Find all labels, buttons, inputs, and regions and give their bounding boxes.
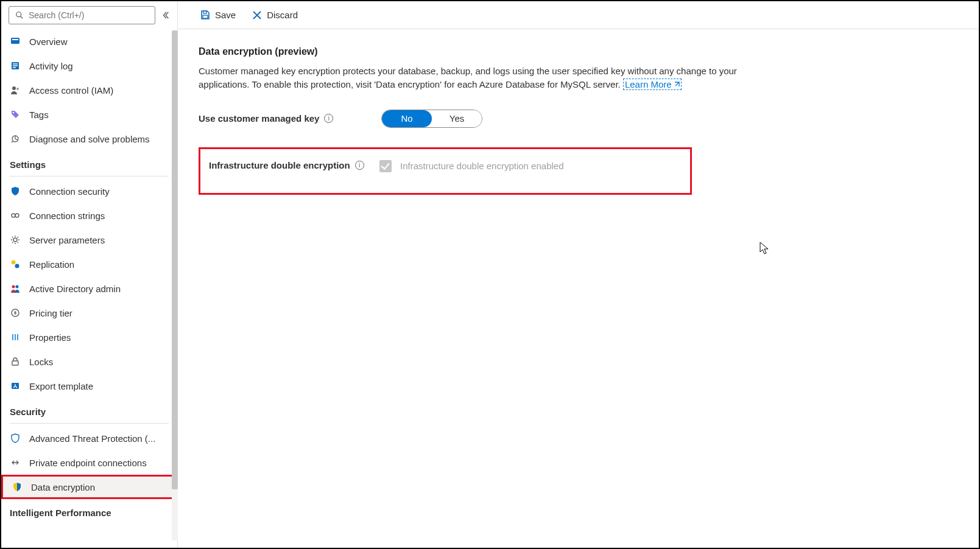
nav-tags[interactable]: Tags	[1, 102, 177, 127]
sidebar-collapse-button[interactable]	[160, 11, 171, 19]
nav-label: Data encryption	[31, 482, 95, 492]
section-security: Security	[1, 398, 177, 421]
svg-line-1	[21, 16, 23, 19]
nav-label: Private endpoint connections	[29, 458, 147, 468]
connection-strings-icon	[10, 210, 21, 221]
nav-label: Connection security	[29, 186, 110, 197]
discard-button[interactable]: Discard	[248, 7, 301, 23]
cmk-label: Use customer managed key i	[199, 113, 381, 124]
svg-point-5	[12, 86, 16, 90]
nav-label: Tags	[29, 110, 49, 120]
svg-point-6	[16, 88, 19, 90]
lock-icon	[10, 356, 21, 367]
info-icon[interactable]: i	[355, 161, 364, 170]
close-icon	[252, 10, 263, 21]
discard-label: Discard	[267, 10, 298, 20]
nav-advanced-threat-protection[interactable]: Advanced Threat Protection (...	[1, 426, 177, 450]
search-icon	[14, 10, 25, 21]
nav-label: Access control (IAM)	[29, 85, 113, 96]
section-settings: Settings	[1, 151, 177, 173]
activity-log-icon	[10, 60, 21, 71]
svg-rect-17	[12, 361, 18, 365]
nav-overview[interactable]: Overview	[1, 29, 177, 54]
nav-server-parameters[interactable]: Server parameters	[1, 228, 177, 252]
shield-color-icon	[12, 481, 23, 492]
nav-label: Overview	[29, 37, 68, 47]
nav-label: Server parameters	[29, 235, 105, 245]
nav-label: Export template	[29, 381, 93, 391]
toggle-no[interactable]: No	[382, 110, 432, 127]
svg-point-0	[16, 12, 21, 17]
svg-point-13	[15, 264, 19, 268]
svg-point-7	[13, 112, 15, 114]
nav-label: Diagnose and solve problems	[29, 134, 150, 144]
nav-label: Pricing tier	[29, 308, 72, 318]
svg-point-12	[12, 261, 16, 265]
nav-private-endpoint[interactable]: Private endpoint connections	[1, 450, 177, 475]
nav-locks[interactable]: Locks	[1, 349, 177, 374]
shield-outline-icon	[10, 433, 21, 444]
nav-label: Connection strings	[29, 211, 105, 221]
sidebar-scrollbar[interactable]	[172, 30, 178, 540]
svg-point-14	[12, 285, 15, 288]
save-label: Save	[215, 10, 236, 20]
search-box[interactable]	[9, 6, 155, 24]
main: Save Discard Data encryption (preview) C…	[178, 1, 979, 548]
sidebar: Overview Activity log Access control (IA…	[1, 1, 178, 548]
cursor-icon	[760, 242, 769, 255]
nav-connection-strings[interactable]: Connection strings	[1, 203, 177, 228]
iam-icon	[10, 85, 21, 96]
diagnose-icon	[10, 133, 21, 144]
cmk-row: Use customer managed key i No Yes	[199, 110, 888, 128]
svg-rect-20	[203, 15, 208, 18]
nav-label: Activity log	[29, 61, 73, 71]
toggle-yes[interactable]: Yes	[432, 110, 482, 127]
nav-export-template[interactable]: Export template	[1, 374, 177, 398]
svg-point-11	[13, 238, 17, 242]
learn-more-link[interactable]: Learn More	[623, 79, 682, 90]
nav-data-encryption[interactable]: Data encryption	[1, 475, 177, 499]
page-title: Data encryption (preview)	[199, 46, 888, 57]
search-input[interactable]	[29, 10, 150, 20]
export-template-icon	[10, 380, 21, 391]
nav-label: Advanced Threat Protection (...	[29, 433, 155, 444]
svg-rect-19	[203, 11, 206, 13]
svg-rect-2	[11, 38, 19, 44]
nav-connection-security[interactable]: Connection security	[1, 179, 177, 203]
nav-active-directory-admin[interactable]: Active Directory admin	[1, 276, 177, 301]
nav-properties[interactable]: Properties	[1, 325, 177, 349]
divider	[10, 176, 169, 177]
nav-label: Replication	[29, 259, 74, 270]
nav-label: Active Directory admin	[29, 284, 121, 294]
infrastructure-encryption-box: Infrastructure double encryption i Infra…	[199, 147, 692, 195]
svg-point-9	[12, 214, 15, 217]
properties-icon	[10, 332, 21, 343]
nav-list: Overview Activity log Access control (IA…	[1, 29, 177, 548]
nav-pricing-tier[interactable]: Pricing tier	[1, 301, 177, 325]
shield-icon	[10, 186, 21, 197]
description: Customer managed key encryption protects…	[199, 65, 759, 91]
endpoint-icon	[10, 457, 21, 468]
save-button[interactable]: Save	[196, 7, 239, 23]
section-intelligent: Intelligent Performance	[1, 499, 177, 522]
ad-admin-icon	[10, 283, 21, 294]
infra-checkbox[interactable]	[379, 160, 392, 172]
nav-label: Locks	[29, 357, 53, 367]
nav-access-control[interactable]: Access control (IAM)	[1, 78, 177, 102]
nav-diagnose[interactable]: Diagnose and solve problems	[1, 127, 177, 151]
nav-label: Properties	[29, 332, 71, 343]
info-icon[interactable]: i	[324, 114, 333, 123]
infra-label: Infrastructure double encryption i	[209, 160, 379, 170]
infra-checkbox-label: Infrastructure double encryption enabled	[400, 161, 564, 171]
svg-rect-3	[12, 39, 18, 40]
infra-checkbox-wrap: Infrastructure double encryption enabled	[379, 160, 564, 172]
nav-activity-log[interactable]: Activity log	[1, 54, 177, 78]
divider	[10, 423, 169, 424]
cmk-toggle[interactable]: No Yes	[381, 110, 482, 128]
nav-replication[interactable]: Replication	[1, 252, 177, 276]
content: Data encryption (preview) Customer manag…	[178, 29, 909, 212]
gear-icon	[10, 234, 21, 245]
svg-point-15	[16, 285, 19, 288]
replication-icon	[10, 259, 21, 270]
overview-icon	[10, 36, 21, 47]
